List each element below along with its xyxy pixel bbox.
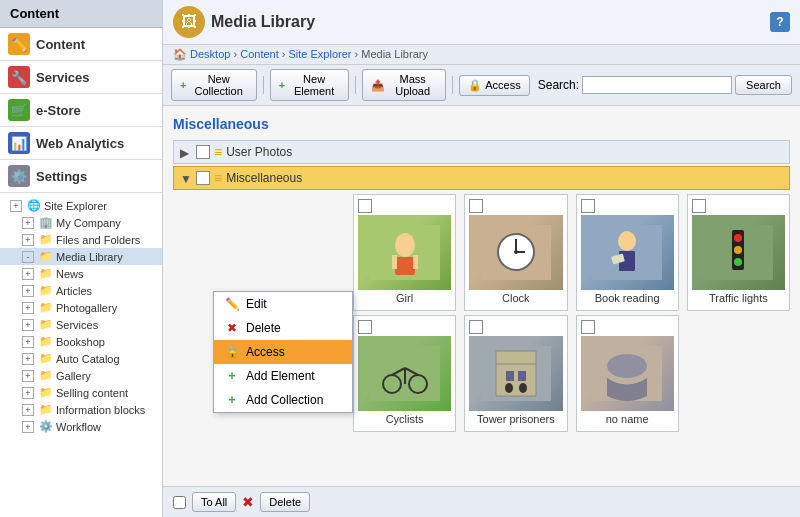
tree-label: Auto Catalog — [56, 353, 120, 365]
context-menu-access[interactable]: 🔒 Access — [214, 340, 352, 364]
search-input[interactable] — [582, 76, 732, 94]
thumb-tower[interactable]: Tower prisoners — [464, 315, 567, 432]
thumb-traffic-lights[interactable]: Traffic lights — [687, 194, 790, 311]
delete-button[interactable]: Delete — [260, 492, 310, 512]
folder-icon: 📁 — [39, 335, 53, 348]
row-check-user-photos[interactable] — [196, 145, 210, 159]
estore-icon: 🛒 — [8, 99, 30, 121]
new-collection-label: New Collection — [189, 73, 247, 97]
thumb-check-traffic[interactable] — [692, 199, 706, 213]
thumb-check-girl[interactable] — [358, 199, 372, 213]
tree-item-selling-content[interactable]: + 📁 Selling content — [0, 384, 162, 401]
thumb-check-cyclists[interactable] — [358, 320, 372, 334]
expander-news[interactable]: + — [22, 268, 34, 280]
expander-workflow[interactable]: + — [22, 421, 34, 433]
tree-item-site-explorer[interactable]: + 🌐 Site Explorer — [0, 197, 162, 214]
search-button[interactable]: Search — [735, 75, 792, 95]
help-icon[interactable]: ? — [770, 12, 790, 32]
svg-point-17 — [734, 246, 742, 254]
new-collection-button[interactable]: + New Collection — [171, 69, 257, 101]
context-menu-access-label: Access — [246, 345, 285, 359]
breadcrumb-site-explorer[interactable]: Site Explorer — [289, 48, 352, 60]
access-icon: 🔒 — [468, 79, 482, 92]
sidebar: Content ✏️ Content 🔧 Services 🛒 e-Store … — [0, 0, 163, 517]
sidebar-item-estore[interactable]: 🛒 e-Store — [0, 94, 162, 127]
tree-label: Files and Folders — [56, 234, 140, 246]
thumb-check-book[interactable] — [581, 199, 595, 213]
context-menu-add-element[interactable]: + Add Element — [214, 364, 352, 388]
row-check-miscellaneous[interactable] — [196, 171, 210, 185]
sidebar-item-estore-label: e-Store — [36, 103, 81, 118]
row-folder-icon-user-photos: ≡ — [214, 144, 222, 160]
new-element-button[interactable]: + New Element — [270, 69, 349, 101]
tree-item-services[interactable]: + 📁 Services — [0, 316, 162, 333]
context-menu-add-element-label: Add Element — [246, 369, 315, 383]
svg-rect-2 — [395, 257, 415, 275]
tree-item-media-library[interactable]: - 📁 Media Library — [0, 248, 162, 265]
tree-label: Site Explorer — [44, 200, 107, 212]
access-button[interactable]: 🔒 Access — [459, 75, 529, 96]
tree-item-photogallery[interactable]: + 📁 Photogallery — [0, 299, 162, 316]
expander-bookshop[interactable]: + — [22, 336, 34, 348]
to-all-button[interactable]: To All — [192, 492, 236, 512]
context-menu-add-collection[interactable]: + Add Collection — [214, 388, 352, 412]
thumb-check-tower[interactable] — [469, 320, 483, 334]
tree-item-bookshop[interactable]: + 📁 Bookshop — [0, 333, 162, 350]
sidebar-item-analytics[interactable]: 📊 Web Analytics — [0, 127, 162, 160]
sidebar-item-settings[interactable]: ⚙️ Settings — [0, 160, 162, 193]
thumb-label-tower: Tower prisoners — [477, 411, 555, 427]
tree-row-user-photos[interactable]: ▶ ≡ User Photos — [173, 140, 790, 164]
row-label-user-photos: User Photos — [226, 145, 292, 159]
tree-item-my-company[interactable]: + 🏢 My Company — [0, 214, 162, 231]
toolbar-separator-2 — [355, 76, 356, 94]
expander-my-company[interactable]: + — [22, 217, 34, 229]
tree-item-files-folders[interactable]: + 📁 Files and Folders — [0, 231, 162, 248]
context-menu-edit-label: Edit — [246, 297, 267, 311]
breadcrumb-content[interactable]: Content — [240, 48, 279, 60]
mass-upload-button[interactable]: 📤 Mass Upload — [362, 69, 447, 101]
expander-gallery[interactable]: + — [22, 370, 34, 382]
breadcrumb-desktop[interactable]: Desktop — [190, 48, 230, 60]
to-all-checkbox[interactable] — [173, 496, 186, 509]
expander-files-folders[interactable]: + — [22, 234, 34, 246]
tree-item-gallery[interactable]: + 📁 Gallery — [0, 367, 162, 384]
thumb-book-reading[interactable]: Book reading — [576, 194, 679, 311]
thumb-check-clock[interactable] — [469, 199, 483, 213]
expander-auto-catalog[interactable]: + — [22, 353, 34, 365]
tree-item-info-blocks[interactable]: + 📁 Information blocks — [0, 401, 162, 418]
thumb-no-name[interactable]: no name — [576, 315, 679, 432]
thumb-check-noname[interactable] — [581, 320, 595, 334]
folder-icon: 🌐 — [27, 199, 41, 212]
tree-item-workflow[interactable]: + ⚙️ Workflow — [0, 418, 162, 435]
expander-articles[interactable]: + — [22, 285, 34, 297]
row-expander-user-photos[interactable]: ▶ — [180, 146, 192, 158]
tree-item-articles[interactable]: + 📁 Articles — [0, 282, 162, 299]
expander-info-blocks[interactable]: + — [22, 404, 34, 416]
thumb-cyclists[interactable]: Cyclists — [353, 315, 456, 432]
expander-site-explorer[interactable]: + — [10, 200, 22, 212]
expander-photogallery[interactable]: + — [22, 302, 34, 314]
context-menu-add-collection-label: Add Collection — [246, 393, 323, 407]
tree-row-miscellaneous[interactable]: ▼ ≡ Miscellaneous — [173, 166, 790, 190]
mass-upload-label: Mass Upload — [388, 73, 438, 97]
context-menu: ✏️ Edit ✖ Delete 🔒 Access + Add Element … — [213, 291, 353, 413]
lock-icon: 🔒 — [224, 345, 240, 359]
expander-services[interactable]: + — [22, 319, 34, 331]
expander-media-library[interactable]: - — [22, 251, 34, 263]
context-menu-edit[interactable]: ✏️ Edit — [214, 292, 352, 316]
analytics-icon: 📊 — [8, 132, 30, 154]
thumb-clock[interactable]: Clock — [464, 194, 567, 311]
content-area: Miscellaneous ▶ ≡ User Photos ▼ ≡ Miscel… — [163, 106, 800, 486]
row-expander-miscellaneous[interactable]: ▼ — [180, 172, 192, 184]
sidebar-item-services[interactable]: 🔧 Services — [0, 61, 162, 94]
context-menu-delete[interactable]: ✖ Delete — [214, 316, 352, 340]
sidebar-item-content-label: Content — [36, 37, 85, 52]
svg-point-1 — [395, 233, 415, 257]
tree-item-news[interactable]: + 📁 News — [0, 265, 162, 282]
expander-selling-content[interactable]: + — [22, 387, 34, 399]
tree-item-auto-catalog[interactable]: + 📁 Auto Catalog — [0, 350, 162, 367]
thumb-img-tower — [469, 336, 562, 411]
sidebar-item-content[interactable]: ✏️ Content — [0, 28, 162, 61]
tree-label: Media Library — [56, 251, 123, 263]
thumb-girl[interactable]: Girl — [353, 194, 456, 311]
